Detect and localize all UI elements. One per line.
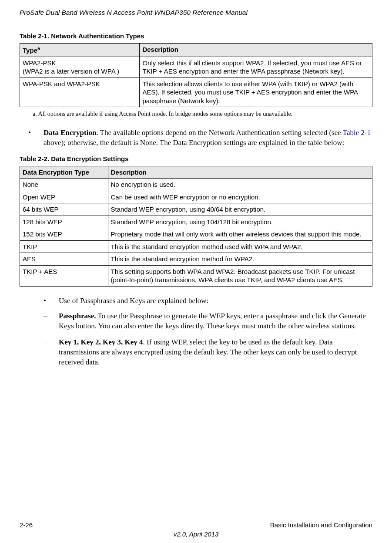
table-row: WPA2-PSK (WPA2 is a later version of WPA… [20, 57, 372, 78]
footer-version: v2.0, April 2013 [20, 530, 372, 538]
table2-caption: Table 2-2. Data Encryption Settings [20, 155, 372, 162]
body-item-passphrase-intro: • Use of Passphrases and Keys are explai… [44, 296, 372, 306]
table-header-row: Typea Description [20, 44, 372, 57]
th-enc-type: Data Encryption Type [20, 166, 108, 179]
link-table-2-1[interactable]: Table 2-1 [343, 128, 371, 137]
label-data-encryption: Data Encryption [44, 128, 96, 137]
sub-item-keys: – Key 1, Key 2, Key 3, Key 4. If using W… [44, 337, 372, 368]
table-row: WPA-PSK and WPA2-PSK This selection allo… [20, 78, 372, 107]
sub-item-passphrase: – Passphrase. To use the Passphrase to g… [44, 311, 372, 331]
table-row: 128 bits WEPStandard WEP encryption, usi… [20, 216, 372, 228]
td-type: WPA2-PSK (WPA2 is a later version of WPA… [20, 57, 140, 78]
table-row: NoneNo encryption is used. [20, 179, 372, 191]
td-type: WPA-PSK and WPA2-PSK [20, 78, 140, 107]
table1-footnote: a. All options are available if using Ac… [33, 111, 372, 118]
table-row: 152 bits WEPProprietary mode that will o… [20, 228, 372, 241]
table1-caption: Table 2-1. Network Authentication Types [20, 32, 372, 40]
table-header-row: Data Encryption Type Description [20, 166, 372, 179]
td-desc: Only select this if all clients support … [140, 57, 372, 78]
header-title: ProSafe Dual Band Wireless N Access Poin… [20, 9, 372, 17]
table-row: 64 bits WEPStandard WEP encryption, usin… [20, 203, 372, 216]
page-footer: 2-26 Basic Installation and Configuratio… [20, 521, 372, 538]
body-item-data-encryption: • Data Encryption. The available options… [28, 128, 372, 148]
th-description: Description [108, 166, 372, 179]
table-row: AESThis is the standard encryption metho… [20, 253, 372, 266]
td-desc: This selection allows clients to use eit… [140, 78, 372, 107]
table-row: TKIP + AESThis setting supports both WPA… [20, 265, 372, 286]
page-number: 2-26 [20, 521, 33, 529]
table-data-encryption: Data Encryption Type Description NoneNo … [20, 166, 372, 287]
footer-section: Basic Installation and Configuration [270, 521, 372, 529]
table-row: Open WEPCan be used with WEP encryption … [20, 191, 372, 203]
header-rule [20, 19, 372, 19]
table-row: TKIPThis is the standard encryption meth… [20, 240, 372, 253]
th-description: Description [140, 44, 372, 57]
table-network-auth: Typea Description WPA2-PSK (WPA2 is a la… [20, 43, 372, 107]
th-type: Typea [20, 44, 140, 57]
